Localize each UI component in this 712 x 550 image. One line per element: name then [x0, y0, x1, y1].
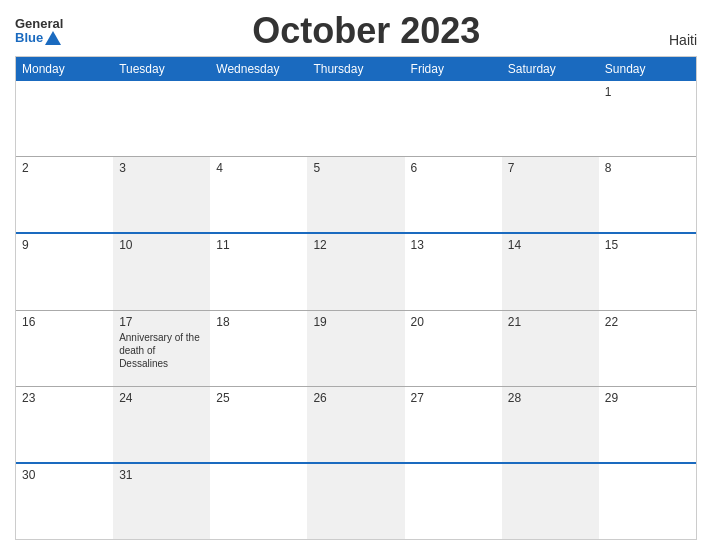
day-number: 31 [119, 468, 204, 482]
calendar-cell: 18 [210, 311, 307, 386]
day-number: 26 [313, 391, 398, 405]
calendar-cell: 27 [405, 387, 502, 462]
day-number: 20 [411, 315, 496, 329]
calendar-cell: 20 [405, 311, 502, 386]
calendar-cell: 26 [307, 387, 404, 462]
calendar-title: October 2023 [63, 10, 669, 52]
day-number: 12 [313, 238, 398, 252]
day-number: 5 [313, 161, 398, 175]
calendar-cell: 14 [502, 234, 599, 309]
week-row-5: 3031 [16, 462, 696, 539]
calendar-cell: 7 [502, 157, 599, 232]
calendar-cell: 13 [405, 234, 502, 309]
day-number: 29 [605, 391, 690, 405]
calendar-cell: 28 [502, 387, 599, 462]
calendar-cell: 31 [113, 464, 210, 539]
calendar-cell: 5 [307, 157, 404, 232]
event-label: Anniversary of the death of Dessalines [119, 331, 204, 370]
calendar-cell: 2 [16, 157, 113, 232]
day-number: 30 [22, 468, 107, 482]
calendar-grid: MondayTuesdayWednesdayThursdayFridaySatu… [15, 56, 697, 540]
calendar-cell [405, 81, 502, 156]
day-number: 18 [216, 315, 301, 329]
header: General Blue October 2023 Haiti [15, 10, 697, 52]
day-header-thursday: Thursday [307, 57, 404, 81]
day-number: 13 [411, 238, 496, 252]
calendar-cell [405, 464, 502, 539]
calendar-cell [210, 81, 307, 156]
calendar-cell: 16 [16, 311, 113, 386]
day-number: 28 [508, 391, 593, 405]
day-number: 22 [605, 315, 690, 329]
calendar-cell: 8 [599, 157, 696, 232]
day-number: 16 [22, 315, 107, 329]
logo: General Blue [15, 17, 63, 46]
calendar-cell: 19 [307, 311, 404, 386]
day-number: 14 [508, 238, 593, 252]
calendar-cell: 9 [16, 234, 113, 309]
day-number: 8 [605, 161, 690, 175]
day-header-monday: Monday [16, 57, 113, 81]
day-number: 7 [508, 161, 593, 175]
day-number: 24 [119, 391, 204, 405]
calendar-cell: 11 [210, 234, 307, 309]
calendar-cell: 23 [16, 387, 113, 462]
week-row-0: 1 [16, 81, 696, 156]
calendar-cell [502, 81, 599, 156]
calendar-cell: 15 [599, 234, 696, 309]
week-row-3: 1617Anniversary of the death of Dessalin… [16, 310, 696, 386]
day-number: 6 [411, 161, 496, 175]
calendar-cell [113, 81, 210, 156]
calendar-page: General Blue October 2023 Haiti MondayTu… [0, 0, 712, 550]
day-number: 27 [411, 391, 496, 405]
week-row-1: 2345678 [16, 156, 696, 232]
calendar-cell [599, 464, 696, 539]
logo-triangle-icon [45, 31, 61, 45]
week-row-2: 9101112131415 [16, 232, 696, 309]
logo-blue-text: Blue [15, 31, 61, 45]
day-number: 21 [508, 315, 593, 329]
day-header-wednesday: Wednesday [210, 57, 307, 81]
day-number: 10 [119, 238, 204, 252]
calendar-cell: 22 [599, 311, 696, 386]
calendar-cell: 1 [599, 81, 696, 156]
day-number: 11 [216, 238, 301, 252]
country-label: Haiti [669, 32, 697, 52]
day-number: 1 [605, 85, 690, 99]
calendar-cell [307, 81, 404, 156]
weeks-container: 1234567891011121314151617Anniversary of … [16, 81, 696, 539]
day-number: 2 [22, 161, 107, 175]
week-row-4: 23242526272829 [16, 386, 696, 462]
calendar-cell: 24 [113, 387, 210, 462]
calendar-cell: 10 [113, 234, 210, 309]
day-number: 25 [216, 391, 301, 405]
calendar-cell: 29 [599, 387, 696, 462]
day-number: 4 [216, 161, 301, 175]
day-header-saturday: Saturday [502, 57, 599, 81]
calendar-cell [307, 464, 404, 539]
calendar-cell: 6 [405, 157, 502, 232]
calendar-cell [16, 81, 113, 156]
day-number: 9 [22, 238, 107, 252]
logo-general-text: General [15, 17, 63, 31]
day-header-tuesday: Tuesday [113, 57, 210, 81]
day-header-friday: Friday [405, 57, 502, 81]
calendar-cell: 25 [210, 387, 307, 462]
day-number: 3 [119, 161, 204, 175]
day-number: 23 [22, 391, 107, 405]
day-number: 15 [605, 238, 690, 252]
calendar-cell [210, 464, 307, 539]
calendar-cell [502, 464, 599, 539]
day-number: 17 [119, 315, 204, 329]
calendar-cell: 12 [307, 234, 404, 309]
calendar-cell: 3 [113, 157, 210, 232]
calendar-cell: 4 [210, 157, 307, 232]
day-headers-row: MondayTuesdayWednesdayThursdayFridaySatu… [16, 57, 696, 81]
calendar-cell: 17Anniversary of the death of Dessalines [113, 311, 210, 386]
calendar-cell: 30 [16, 464, 113, 539]
day-header-sunday: Sunday [599, 57, 696, 81]
calendar-cell: 21 [502, 311, 599, 386]
day-number: 19 [313, 315, 398, 329]
